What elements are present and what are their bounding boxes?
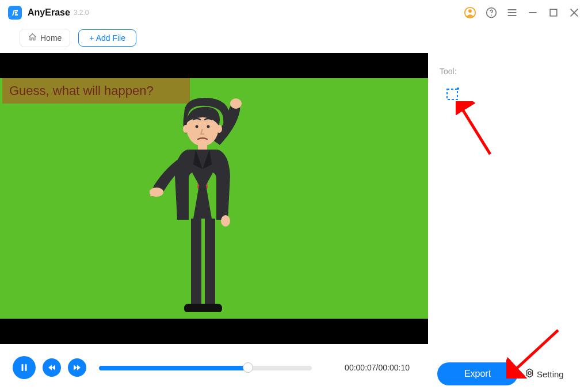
svg-point-17 [216,125,222,133]
export-button[interactable]: Export [437,362,518,385]
svg-point-34 [528,372,531,374]
svg-marker-33 [527,369,533,377]
slider-fill [99,366,248,370]
svg-rect-11 [550,9,557,16]
app-logo [8,6,22,20]
time-display: 00:00:07/00:00:10 [345,363,415,372]
maximize-icon[interactable] [548,7,559,18]
svg-point-16 [183,125,189,133]
home-button-label: Home [40,33,62,43]
forward-button[interactable] [68,358,86,377]
gear-icon [525,368,534,380]
svg-point-4 [468,9,472,13]
setting-button-label: Setting [537,369,564,379]
svg-point-6 [491,14,492,16]
svg-rect-28 [22,364,24,371]
pause-button[interactable] [13,356,36,379]
svg-rect-1 [15,12,17,14]
add-file-button-label: + Add File [89,33,125,43]
svg-point-25 [221,215,230,227]
svg-rect-24 [150,194,154,196]
app-version: 3.2.0 [74,9,89,17]
svg-rect-2 [15,14,18,16]
hamburger-icon[interactable] [506,7,518,18]
svg-rect-26 [191,219,201,305]
svg-rect-29 [25,364,27,371]
minimize-icon[interactable] [527,7,539,18]
home-button[interactable]: Home [20,29,70,47]
marquee-select-tool[interactable] [445,87,460,102]
slider-thumb[interactable] [243,362,253,373]
video-area: Guess, what will happen? [0,53,428,344]
svg-rect-27 [205,219,215,305]
titlebar: AnyErase 3.2.0 [0,0,588,25]
toolbar: Home + Add File [0,25,588,51]
user-icon[interactable] [464,6,476,19]
video-frame[interactable]: Guess, what will happen? [0,78,428,319]
svg-point-14 [230,98,242,109]
bottom-actions: Export Setting [437,361,585,387]
progress-slider[interactable] [99,365,312,370]
svg-point-18 [196,125,198,128]
svg-rect-22 [150,190,153,192]
svg-point-19 [207,125,210,128]
rewind-button[interactable] [43,358,61,377]
close-icon[interactable] [568,7,580,18]
help-icon[interactable] [486,7,497,18]
app-name: AnyErase [28,7,70,18]
setting-button[interactable]: Setting [525,368,564,380]
svg-rect-23 [150,192,154,194]
add-file-button[interactable]: + Add File [78,29,136,47]
home-icon [28,33,37,43]
svg-rect-30 [447,89,457,100]
right-panel: Tool: [435,53,586,375]
titlebar-controls [464,6,580,19]
svg-rect-0 [15,10,18,12]
playback-controls: 00:00:07/00:00:10 [0,351,428,384]
video-illustration-businessman [150,98,253,319]
tool-panel-label: Tool: [440,67,586,76]
